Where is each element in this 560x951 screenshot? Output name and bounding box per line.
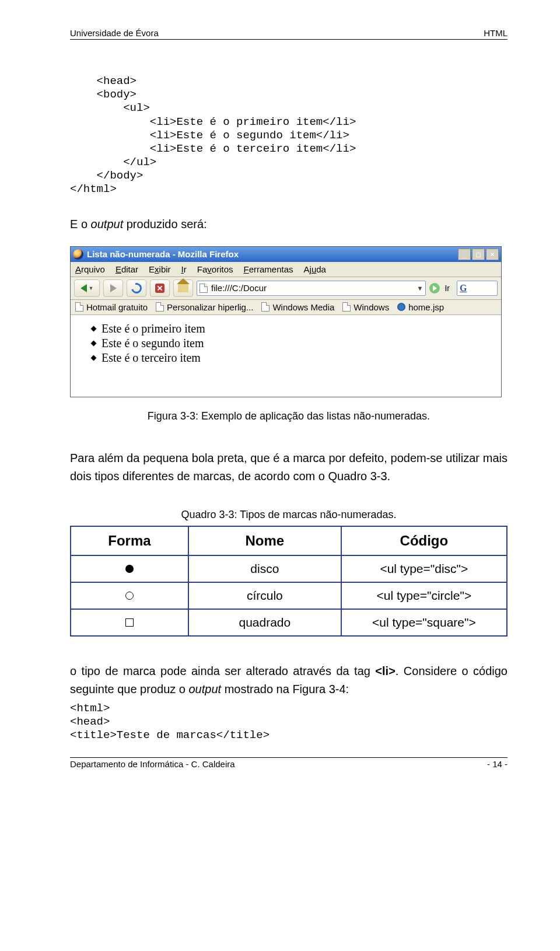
url-bar[interactable]: file:///C:/Docur ▼ [197,281,426,296]
go-label: Ir [444,284,450,293]
disc-icon [125,565,134,573]
th-forma: Forma [71,526,188,555]
menu-ferramentas[interactable]: Ferramentas [243,264,293,274]
output-sentence: E o output produzido será: [70,218,508,231]
header-left: Universidade de Évora [70,28,159,38]
home-button[interactable] [173,279,193,297]
google-icon: G [460,283,467,293]
titlebar: Lista não-numerada - Mozilla Firefox _ □… [71,247,501,262]
page-footer: Departamento de Informática - C. Caldeir… [70,757,508,769]
paragraph-1: Para além da pequena bola preta, que é a… [70,449,508,485]
cell-codigo: <ul type="square"> [341,609,507,636]
square-icon [125,618,134,627]
bullet-icon [91,340,97,346]
paragraph-2: o tipo de marca pode ainda ser alterado … [70,662,508,698]
footer-right: - 14 - [487,759,508,769]
cell-codigo: <ul type="circle"> [341,582,507,609]
cell-nome: círculo [188,582,341,609]
url-text: file:///C:/Docur [211,283,414,293]
firefox-icon [73,249,83,260]
code-block-2: <html> <head> <title>Teste de marcas</ti… [70,702,508,743]
circle-icon [125,592,134,600]
close-button[interactable]: × [486,249,499,260]
maximize-button[interactable]: □ [472,249,485,260]
figure-caption: Figura 3-3: Exemplo de aplicação das lis… [70,410,508,422]
bullet-icon [91,326,97,331]
page-icon [261,302,270,312]
cell-shape-disc [71,555,188,582]
table-header-row: Forma Nome Código [71,526,507,555]
globe-icon [397,303,405,311]
home-icon [178,284,188,292]
bullet-icon [91,355,97,361]
bookmarks-bar: Hotmail gratuito Personalizar hiperlig..… [71,300,501,315]
list-item: Este é o primeiro item [92,322,491,335]
menu-favoritos[interactable]: Favoritos [197,264,233,274]
th-nome: Nome [188,526,341,555]
table-caption: Quadro 3-3: Tipos de marcas não-numerada… [70,509,508,521]
stop-icon [155,284,164,293]
bookmark-hotmail[interactable]: Hotmail gratuito [75,302,148,312]
table-row: disco <ul type="disc"> [71,555,507,582]
reload-button[interactable] [127,279,146,297]
arrow-right-icon [110,284,117,292]
search-box[interactable]: G [457,281,498,296]
page-icon [342,302,351,312]
th-codigo: Código [341,526,507,555]
stop-button[interactable] [150,279,170,297]
cell-codigo: <ul type="disc"> [341,555,507,582]
menu-ir[interactable]: Ir [181,264,187,274]
cell-shape-circle [71,582,188,609]
reload-icon [130,281,144,295]
menu-editar[interactable]: Editar [116,264,138,274]
header-right: HTML [484,28,508,38]
table-row: círculo <ul type="circle"> [71,582,507,609]
back-button[interactable]: ▼ [74,279,100,297]
footer-left: Departamento de Informática - C. Caldeir… [70,759,235,769]
markers-table: Forma Nome Código disco <ul type="disc">… [70,526,508,637]
list-item: Este é o segundo item [92,337,491,350]
menu-arquivo[interactable]: Arquivo [75,264,105,274]
menubar: Arquivo Editar Exibir Ir Favoritos Ferra… [71,262,501,277]
cell-nome: disco [188,555,341,582]
page-header: Universidade de Évora HTML [70,28,508,40]
bookmark-windows-media[interactable]: Windows Media [261,302,334,312]
arrow-left-icon [80,284,87,292]
cell-shape-square [71,609,188,636]
bookmark-homejsp[interactable]: home.jsp [397,302,444,312]
menu-exibir[interactable]: Exibir [149,264,171,274]
page-icon [156,302,164,312]
bookmark-personalizar[interactable]: Personalizar hiperlig... [156,302,253,312]
window-title: Lista não-numerada - Mozilla Firefox [87,249,458,259]
forward-button[interactable] [103,279,123,297]
page-icon [75,302,83,312]
url-dropdown-icon[interactable]: ▼ [417,285,424,292]
table-row: quadrado <ul type="square"> [71,609,507,636]
browser-window: Lista não-numerada - Mozilla Firefox _ □… [70,246,502,397]
browser-content: Este é o primeiro item Este é o segundo … [71,315,501,397]
list-item: Este é o terceiro item [92,351,491,365]
code-block-1: <head> <body> <ul> <li>Este é o primeiro… [70,75,508,197]
menu-ajuda[interactable]: Ajuda [304,264,326,274]
cell-nome: quadrado [188,609,341,636]
page-icon [200,284,208,293]
minimize-button[interactable]: _ [458,249,471,260]
go-button[interactable] [429,283,440,293]
bookmark-windows[interactable]: Windows [342,302,389,312]
toolbar: ▼ file:///C:/Docur ▼ Ir G [71,277,501,300]
